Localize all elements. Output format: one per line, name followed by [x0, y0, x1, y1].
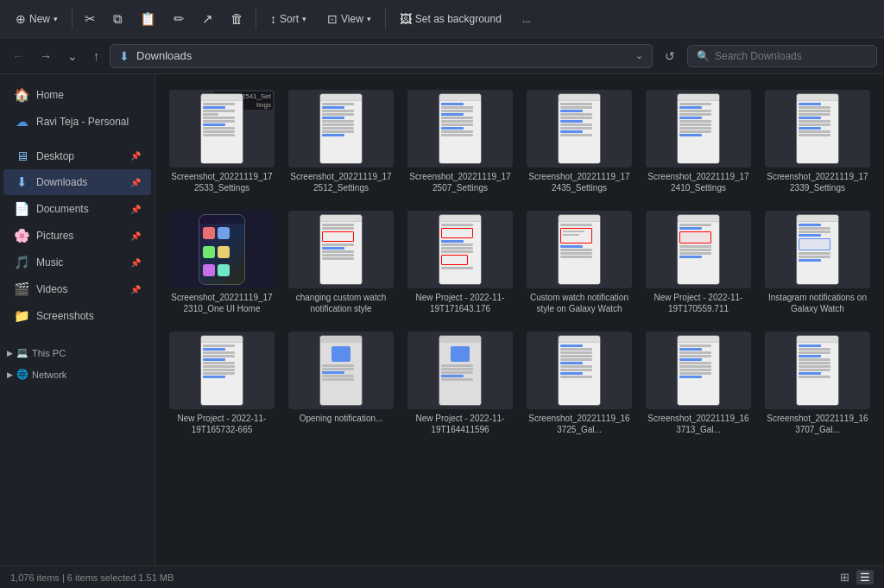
pictures-icon: 🌸 [14, 228, 29, 243]
cut-button[interactable]: ✂ [78, 7, 103, 31]
forward-button[interactable]: → [35, 46, 57, 66]
file-name: New Project - 2022-11-19T170559.711 [646, 292, 751, 314]
file-name: Screenshot_20221119_172533_Settings [169, 171, 275, 193]
up-button[interactable]: ↑ [88, 46, 104, 66]
address-text: Downloads [136, 49, 192, 62]
sidebar-item-home[interactable]: 🏠 Home [3, 82, 151, 108]
file-name: Screenshot_20221119_172512_Settings [288, 171, 394, 193]
file-name: Custom watch notification style on Galax… [527, 292, 632, 314]
file-thumbnail [407, 211, 513, 288]
file-name: Screenshot_20221119_172310_One UI Home [169, 292, 275, 314]
sort-button[interactable]: ↕ Sort ▾ [262, 8, 315, 30]
sidebar-item-music[interactable]: 🎵 Music 📌 [3, 250, 151, 275]
file-name: Screenshot_20221119_163713_Gal... [646, 413, 751, 435]
file-name: New Project - 2022-11-19T164411596 [407, 413, 513, 435]
file-thumbnail [288, 211, 394, 288]
file-item[interactable]: Screenshot_20221119_172310_One UI Home [166, 205, 278, 319]
separator-3 [385, 9, 386, 29]
back-button[interactable]: ← [7, 46, 29, 66]
sidebar: 🏠 Home ☁ Ravi Teja - Personal 🖥 Desktop … [0, 74, 155, 566]
sidebar-item-documents-label: Documents [36, 203, 123, 215]
delete-button[interactable]: 🗑 [224, 7, 250, 30]
file-item[interactable]: Screenshot_20221119_163725_Gal... [523, 326, 635, 440]
list-view-button[interactable]: ☰ [856, 570, 874, 585]
address-box[interactable]: ⬇ Downloads ⌄ [110, 44, 653, 68]
new-button[interactable]: ⊕ New ▾ [7, 8, 66, 30]
copy-button[interactable]: ⧉ [106, 7, 129, 31]
videos-icon: 🎬 [14, 281, 29, 297]
sidebar-item-videos[interactable]: 🎬 Videos 📌 [3, 276, 151, 302]
sort-icon: ↕ [270, 12, 276, 26]
file-name: Screenshot_20221119_172435_Settings [527, 171, 632, 193]
file-item[interactable]: 1119_172541_Settings Screenshot_20221119… [166, 85, 278, 199]
pin-icon-videos: 📌 [130, 285, 141, 294]
sidebar-thispc-label: This PC [32, 348, 66, 358]
sidebar-item-ravi-label: Ravi Teja - Personal [36, 116, 141, 128]
expand-network-icon: ▶ [7, 370, 13, 379]
file-item[interactable]: Instagram notifications on Galaxy Watch [761, 205, 874, 319]
file-item[interactable]: changing custom watch notification style [285, 205, 397, 319]
file-thumbnail: 1119_172541_Settings [169, 90, 275, 168]
separator-2 [256, 9, 256, 29]
file-thumbnail [527, 90, 632, 168]
set-background-label: Set as background [415, 13, 502, 25]
pin-icon-pictures: 📌 [130, 231, 141, 241]
file-item[interactable]: Screenshot_20221119_163707_Gal... [761, 326, 874, 440]
sort-label: Sort [280, 13, 299, 25]
sidebar-group-network[interactable]: ▶ 🌐 Network [0, 365, 155, 383]
downloads-icon: ⬇ [14, 174, 29, 190]
status-info: 1,076 items | 6 items selected 1.51 MB [10, 572, 174, 583]
sidebar-group-thispc[interactable]: ▶ 💻 This PC [0, 344, 155, 362]
search-box[interactable]: 🔍 [687, 45, 877, 67]
file-item[interactable]: New Project - 2022-11-19T165732-665 [166, 326, 278, 440]
sidebar-item-screenshots-label: Screenshots [36, 310, 141, 322]
file-item[interactable]: New Project - 2022-11-19T164411596 [404, 326, 516, 440]
share-button[interactable]: ↗ [195, 7, 220, 31]
sidebar-item-desktop[interactable]: 🖥 Desktop 📌 [3, 143, 151, 168]
paste-button[interactable]: 📋 [133, 7, 163, 31]
sidebar-item-ravi[interactable]: ☁ Ravi Teja - Personal [3, 109, 151, 135]
file-thumbnail [527, 332, 632, 409]
file-item[interactable]: Screenshot_20221119_172507_Settings [404, 85, 516, 199]
address-location-icon: ⬇ [119, 49, 129, 63]
file-item[interactable]: Custom watch notification style on Galax… [523, 205, 635, 319]
file-item[interactable]: Opening notification... [285, 326, 397, 440]
sidebar-item-videos-label: Videos [36, 283, 123, 295]
search-icon: 🔍 [697, 50, 710, 62]
expand-thispc-icon: ▶ [7, 349, 13, 357]
rename-button[interactable]: ✏ [167, 7, 192, 31]
file-item[interactable]: Screenshot_20221119_163713_Gal... [642, 326, 755, 440]
sidebar-item-desktop-label: Desktop [36, 150, 123, 162]
network-icon: 🌐 [16, 369, 28, 380]
file-item[interactable]: Screenshot_20221119_172435_Settings [523, 85, 635, 199]
file-item[interactable]: New Project - 2022-11-19T171643.176 [404, 205, 516, 319]
file-item[interactable]: Screenshot_20221119_172339_Settings [761, 85, 874, 199]
main: 🏠 Home ☁ Ravi Teja - Personal 🖥 Desktop … [0, 74, 884, 566]
grid-view-button[interactable]: ⊞ [837, 570, 853, 585]
sidebar-item-documents[interactable]: 📄 Documents 📌 [3, 196, 151, 222]
file-item[interactable]: Screenshot_20221119_172512_Settings [285, 85, 397, 199]
recent-button[interactable]: ⌄ [62, 46, 83, 66]
statusbar-right: ⊞ ☰ [837, 570, 874, 585]
more-button[interactable]: ... [514, 9, 540, 29]
set-background-button[interactable]: 🖼 Set as background [391, 8, 510, 30]
folder-icon: 📁 [14, 308, 29, 324]
sidebar-item-downloads[interactable]: ⬇ Downloads 📌 [3, 169, 151, 195]
address-chevron-icon: ⌄ [635, 50, 643, 61]
toolbar: ⊕ New ▾ ✂ ⧉ 📋 ✏ ↗ 🗑 ↕ Sort ▾ ⊡ View ▾ 🖼 … [0, 0, 884, 38]
addressbar: ← → ⌄ ↑ ⬇ Downloads ⌄ ↺ 🔍 [0, 38, 884, 74]
file-area[interactable]: 1119_172541_Settings Screenshot_20221119… [155, 74, 884, 566]
file-thumbnail [407, 90, 513, 168]
refresh-button[interactable]: ↺ [658, 46, 682, 66]
file-item[interactable]: Screenshot_20221119_172410_Settings [642, 85, 755, 199]
search-input[interactable] [715, 50, 868, 62]
view-icon: ⊡ [327, 12, 338, 26]
sidebar-item-screenshots[interactable]: 📁 Screenshots [3, 303, 151, 329]
file-thumbnail [646, 332, 751, 409]
file-thumbnail [288, 90, 394, 168]
cloud-icon: ☁ [14, 114, 29, 130]
file-item[interactable]: New Project - 2022-11-19T170559.711 [642, 205, 755, 319]
view-button[interactable]: ⊡ View ▾ [319, 8, 380, 30]
view-chevron-icon: ▾ [367, 15, 371, 23]
sidebar-item-pictures[interactable]: 🌸 Pictures 📌 [3, 223, 151, 249]
